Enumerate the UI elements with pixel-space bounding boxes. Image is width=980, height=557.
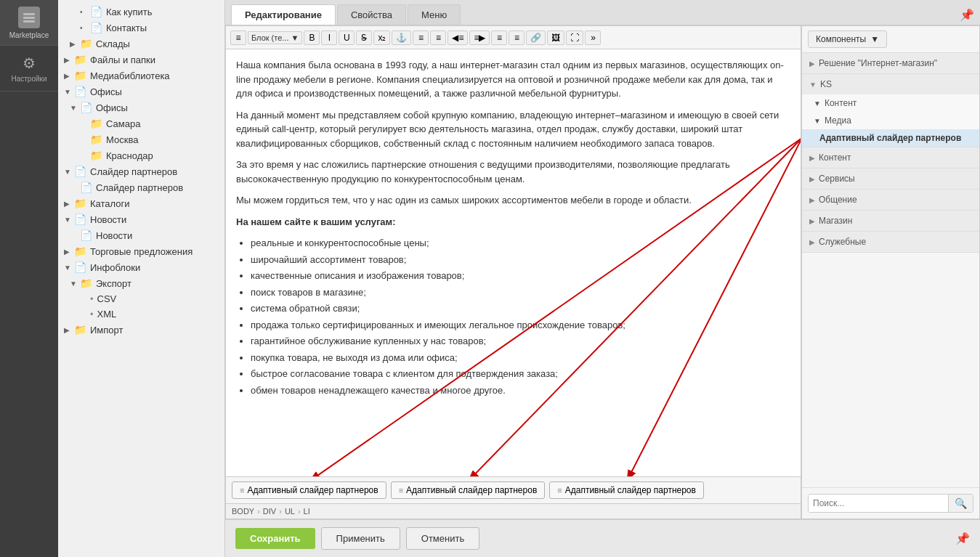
tree-arrow-icon: ▶ (64, 200, 71, 208)
sidebar-logo[interactable]: Marketplace (0, 0, 58, 46)
tree-folder-icon: 📁 (74, 198, 86, 209)
toolbar-btn-sub[interactable]: x₂ (373, 31, 390, 45)
tree-item-label: Офисы (96, 102, 128, 113)
toolbar-btn-strikethrough[interactable]: S̶ (356, 31, 372, 45)
tree-item-faily[interactable]: ▶📁Файлы и папки (58, 52, 224, 68)
content-paragraph-3: Мы можем гордиться тем, что у нас один и… (236, 193, 790, 208)
search-input[interactable] (809, 495, 948, 512)
right-section-header-kontent2[interactable]: ▶Контент (802, 147, 979, 168)
tree-item-csv[interactable]: •CSV (58, 291, 224, 306)
section-label: Сервисы (819, 174, 855, 184)
tree-item-mediabib[interactable]: ▶📁Медиабиблиотека (58, 68, 224, 84)
tree-item-eksport[interactable]: ▼📁Экспорт (58, 275, 224, 291)
section-label: KS (820, 79, 832, 89)
breadcrumb-item-div[interactable]: DIV (263, 507, 276, 516)
section-label: Общение (819, 195, 857, 205)
right-section-header-magazin[interactable]: ▶Магазин (802, 211, 979, 231)
tab-edit[interactable]: Редактирование (231, 4, 336, 25)
right-section-header-ks[interactable]: ▼KS (802, 74, 979, 94)
tree-item-ofisy_sub[interactable]: ▼📄Офисы (58, 99, 224, 115)
right-section-header-sluzhebnye[interactable]: ▶Служебные (802, 232, 979, 252)
toolbar-btn-list_ol[interactable]: ≡ (430, 31, 446, 45)
toolbar-btn-align_c[interactable]: ≡ (509, 31, 525, 45)
tree-folder-icon: 📄 (90, 6, 102, 17)
right-section-obshcheniye: ▶Общение (802, 190, 979, 211)
toolbar-btn-link[interactable]: 🔗 (526, 31, 546, 45)
content-list: реальные и конкурентоспособные цены;широ… (251, 236, 790, 397)
tree-arrow-icon: • (80, 8, 87, 16)
toolbar-btn-fullscreen[interactable]: ⛶ (566, 31, 583, 45)
right-section-header-obshcheniye[interactable]: ▶Общение (802, 190, 979, 210)
sidebar-nav-settings[interactable]: ⚙ Настройки (0, 46, 58, 92)
toolbar-btn-image[interactable]: 🖼 (547, 31, 564, 45)
logo-icon (18, 7, 40, 28)
section-label: Контент (819, 153, 851, 163)
tree-item-slider_sub[interactable]: 📄Слайдер партнеров (58, 179, 224, 195)
apply-button[interactable]: Применить (321, 527, 400, 550)
component-btn-comp3[interactable]: ≡Адаптивный слайдер партнеров (549, 481, 704, 499)
right-section-header-resheniye[interactable]: ▶Решение "Интернет-магазин" (802, 53, 979, 73)
content-paragraph-0: Наша компания была основана в 1993 году,… (236, 58, 790, 101)
toolbar-btn-align_l[interactable]: ≡ (491, 31, 507, 45)
section-arrow-icon: ▶ (809, 175, 815, 183)
right-panel-item-adaptive_slider[interactable]: Адаптивный слайдер партнеров (802, 129, 979, 147)
tabs-bar: Редактирование Свойства Меню 📌 (225, 0, 980, 25)
search-button[interactable]: 🔍 (948, 495, 973, 512)
components-dropdown[interactable]: Компоненты ▼ (808, 31, 887, 48)
tree-item-samara[interactable]: 📁Самара (58, 115, 224, 131)
section-arrow-icon: ▶ (809, 217, 815, 225)
component-btn-comp2[interactable]: ≡Адаптивный слайдер партнеров (391, 481, 546, 499)
tab-menu[interactable]: Меню (408, 4, 461, 25)
save-button[interactable]: Сохранить (235, 528, 315, 549)
tree-item-ofisy_group[interactable]: ▼📄Офисы (58, 84, 224, 99)
subsection-header-media[interactable]: ▼Медиа (802, 112, 979, 129)
tree-item-sklady[interactable]: ▶📁Склады (58, 36, 224, 52)
section-label: Служебные (819, 237, 866, 247)
editor-content[interactable]: Наша компания была основана в 1993 году,… (226, 49, 801, 476)
tree-folder-icon: 📁 (74, 70, 86, 81)
editor-left: ≡Блок (те... ▼BIUS̶x₂⚓≡≡◀≡≡▶≡≡🔗🖼⛶» Наша … (226, 26, 801, 519)
right-section-header-servisy[interactable]: ▶Сервисы (802, 168, 979, 189)
tree-item-import[interactable]: ▶📁Импорт (58, 322, 224, 338)
component-btn-comp1[interactable]: ≡Адаптивный слайдер партнеров (232, 481, 386, 499)
cancel-button[interactable]: Отменить (406, 527, 479, 550)
toolbar-btn-bold[interactable]: B (304, 31, 320, 45)
tree-item-label: Контакты (106, 23, 147, 33)
tree-item-novosti_group[interactable]: ▼📄Новости (58, 211, 224, 227)
tree-item-moskva[interactable]: 📁Москва (58, 131, 224, 147)
tree-panel: •📄Как купить•📄Контакты▶📁Склады▶📁Файлы и … (58, 0, 225, 557)
tree-item-contacts[interactable]: •📄Контакты (58, 20, 224, 36)
toolbar-btn-indent_inc[interactable]: ≡▶ (469, 31, 490, 45)
tree-item-krasnodar[interactable]: 📁Краснодар (58, 147, 224, 163)
tree-item-infobloki_group[interactable]: ▼📄Инфоблоки (58, 259, 224, 275)
tree-item-xml[interactable]: •XML (58, 306, 224, 322)
subsection-header-kontent1[interactable]: ▼Контент (802, 94, 979, 112)
toolbar-btn-anchor[interactable]: ⚓ (392, 31, 411, 45)
list-item-4: система обратной связи; (251, 301, 790, 316)
toolbar-btn-list_ul[interactable]: ≡ (413, 31, 429, 45)
tree-arrow-icon: ▼ (70, 280, 77, 288)
subsection-arrow-icon: ▼ (814, 99, 821, 107)
toolbar-btn-more[interactable]: » (585, 31, 601, 45)
toolbar-btn-italic[interactable]: I (321, 31, 337, 45)
pin-icon-bottom[interactable]: 📌 (955, 532, 970, 545)
pin-icon-top[interactable]: 📌 (960, 8, 974, 22)
list-item-9: обмен товаров ненадлежащего качества и м… (251, 383, 790, 398)
tree-item-kak_kupit[interactable]: •📄Как купить (58, 4, 224, 20)
toolbar-select-block[interactable]: Блок (те... ▼ (248, 31, 302, 44)
breadcrumb-item-ul[interactable]: UL (285, 507, 295, 516)
breadcrumb-item-li[interactable]: LI (304, 507, 310, 516)
tree-item-slider_group[interactable]: ▼📄Слайдер партнеров (58, 163, 224, 179)
list-item-6: гарантийное обслуживание купленных у нас… (251, 334, 790, 349)
tree-item-novosti_sub[interactable]: 📄Новости (58, 227, 224, 243)
toolbar-btn-indent_dec[interactable]: ◀≡ (448, 31, 468, 45)
tree-item-katalogi[interactable]: ▶📁Каталоги (58, 195, 224, 211)
component-label: Адаптивный слайдер партнеров (406, 485, 537, 495)
toolbar-btn-align[interactable]: ≡ (230, 31, 246, 45)
section-arrow-icon: ▼ (809, 81, 817, 89)
breadcrumb-item-body[interactable]: BODY (232, 507, 254, 516)
tree-item-torgovye[interactable]: ▶📁Торговые предложения (58, 243, 224, 259)
breadcrumb-separator: › (298, 507, 301, 516)
toolbar-btn-underline[interactable]: U (339, 31, 355, 45)
tab-props[interactable]: Свойства (337, 4, 406, 25)
